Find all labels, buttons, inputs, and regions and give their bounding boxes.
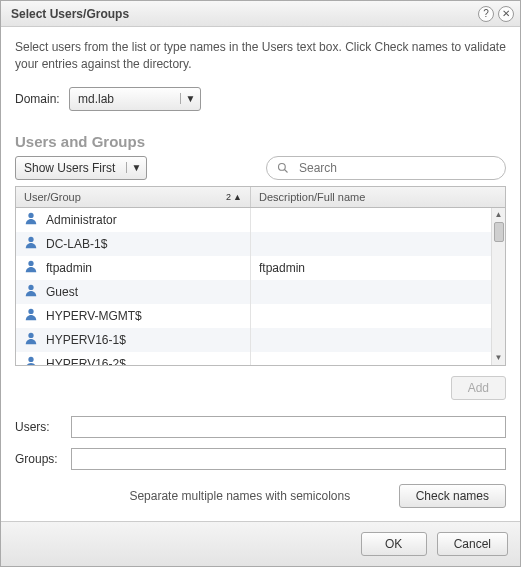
table-row[interactable]: Guest [16, 280, 505, 304]
svg-point-5 [28, 285, 33, 290]
users-label: Users: [15, 420, 71, 434]
svg-point-8 [28, 357, 33, 362]
search-icon [277, 162, 289, 174]
svg-point-2 [28, 213, 33, 218]
titlebar: Select Users/Groups ? ✕ [1, 1, 520, 27]
row-name: Guest [46, 285, 78, 299]
search-input[interactable] [297, 160, 495, 176]
user-icon [24, 283, 38, 300]
dialog-footer: OK Cancel [1, 521, 520, 566]
domain-label: Domain: [15, 92, 69, 106]
search-box[interactable] [266, 156, 506, 180]
col-user-group[interactable]: User/Group 2 ▲ [16, 187, 251, 207]
row-name: ftpadmin [46, 261, 92, 275]
user-icon [24, 235, 38, 252]
table-row[interactable]: HYPERV-MGMT$ [16, 304, 505, 328]
domain-row: Domain: md.lab ▼ [15, 87, 506, 111]
table-row[interactable]: HYPERV16-2$ [16, 352, 505, 365]
cancel-button[interactable]: Cancel [437, 532, 508, 556]
vertical-scrollbar[interactable]: ▲ ▼ [491, 208, 505, 365]
table-row[interactable]: DC-LAB-1$ [16, 232, 505, 256]
domain-value: md.lab [70, 92, 180, 106]
instructions-text: Select users from the list or type names… [15, 39, 506, 73]
hint-text: Separate multiple names with semicolons [15, 489, 385, 503]
sort-indicator: 2 ▲ [226, 192, 242, 202]
user-icon [24, 331, 38, 348]
table-row[interactable]: HYPERV16-1$ [16, 328, 505, 352]
user-icon [24, 211, 38, 228]
scroll-down-icon[interactable]: ▼ [492, 351, 506, 365]
svg-point-4 [28, 261, 33, 266]
user-icon [24, 259, 38, 276]
svg-point-7 [28, 333, 33, 338]
user-icon [24, 355, 38, 365]
table-row[interactable]: ftpadminftpadmin [16, 256, 505, 280]
chevron-down-icon: ▼ [180, 93, 200, 104]
svg-point-6 [28, 309, 33, 314]
groups-label: Groups: [15, 452, 71, 466]
groups-input[interactable] [71, 448, 506, 470]
sort-asc-icon: ▲ [233, 192, 242, 202]
scroll-thumb[interactable] [494, 222, 504, 242]
dialog-title: Select Users/Groups [11, 7, 474, 21]
col-description[interactable]: Description/Full name [251, 187, 505, 207]
row-name: HYPERV16-1$ [46, 333, 126, 347]
groups-row: Groups: [15, 448, 506, 470]
table-header: User/Group 2 ▲ Description/Full name [16, 187, 505, 208]
show-filter-select[interactable]: Show Users First ▼ [15, 156, 147, 180]
row-name: HYPERV16-2$ [46, 357, 126, 365]
add-row: Add [15, 366, 506, 416]
users-groups-heading: Users and Groups [15, 133, 506, 150]
scroll-up-icon[interactable]: ▲ [492, 208, 506, 222]
ok-button[interactable]: OK [361, 532, 427, 556]
dialog-content: Select users from the list or type names… [1, 27, 520, 521]
select-users-groups-dialog: Select Users/Groups ? ✕ Select users fro… [0, 0, 521, 567]
users-input[interactable] [71, 416, 506, 438]
check-names-button[interactable]: Check names [399, 484, 506, 508]
close-icon[interactable]: ✕ [498, 6, 514, 22]
table-row[interactable]: Administrator [16, 208, 505, 232]
table-body: AdministratorDC-LAB-1$ftpadminftpadminGu… [16, 208, 505, 365]
row-name: DC-LAB-1$ [46, 237, 107, 251]
show-filter-value: Show Users First [16, 161, 126, 175]
row-name: HYPERV-MGMT$ [46, 309, 142, 323]
help-icon[interactable]: ? [478, 6, 494, 22]
row-name: Administrator [46, 213, 117, 227]
user-icon [24, 307, 38, 324]
domain-select[interactable]: md.lab ▼ [69, 87, 201, 111]
chevron-down-icon: ▼ [126, 162, 146, 173]
filter-bar: Show Users First ▼ [15, 156, 506, 180]
svg-point-0 [279, 163, 286, 170]
hint-row: Separate multiple names with semicolons … [15, 480, 506, 512]
users-row: Users: [15, 416, 506, 438]
svg-line-1 [285, 169, 288, 172]
add-button[interactable]: Add [451, 376, 506, 400]
row-desc: ftpadmin [259, 261, 305, 275]
users-groups-table: User/Group 2 ▲ Description/Full name Adm… [15, 186, 506, 366]
svg-point-3 [28, 237, 33, 242]
